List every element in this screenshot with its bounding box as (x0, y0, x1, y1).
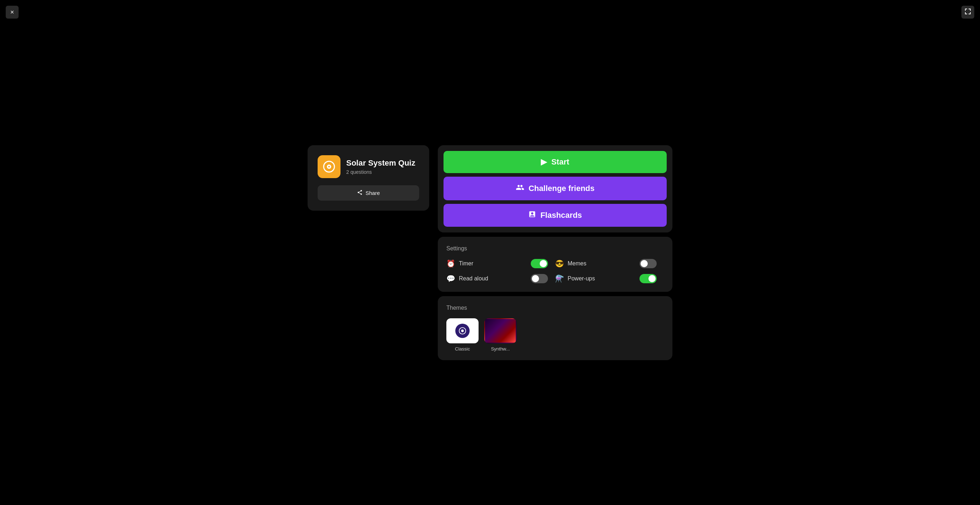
left-panel: Solar System Quiz 2 questions Share (308, 145, 429, 211)
theme-classic-label: Classic (455, 346, 470, 352)
theme-synthwave-label: Synthw... (491, 346, 510, 352)
flashcards-label: Flashcards (541, 211, 582, 220)
timer-slider (531, 259, 548, 268)
theme-classic-thumbnail (446, 318, 479, 343)
quiz-questions: 2 questions (346, 169, 415, 175)
right-panel: ▶ Start Challenge friends Flashcards (438, 145, 672, 360)
memes-text: Memes (568, 260, 586, 267)
setting-memes: 😎 Memes (555, 259, 664, 268)
theme-classic-item[interactable]: Classic (446, 318, 479, 352)
settings-grid: ⏰ Timer 😎 Memes (446, 259, 664, 283)
timer-icon: ⏰ (446, 259, 455, 268)
share-icon (357, 190, 363, 196)
challenge-label: Challenge friends (529, 184, 595, 193)
quiz-info: Solar System Quiz 2 questions (318, 155, 419, 178)
setting-timer: ⏰ Timer (446, 259, 555, 268)
share-label: Share (366, 190, 380, 196)
memes-slider (640, 259, 657, 268)
timer-text: Timer (459, 260, 473, 267)
memes-icon: 😎 (555, 259, 564, 268)
setting-read-aloud: 💬 Read aloud (446, 274, 555, 283)
timer-toggle[interactable] (531, 259, 548, 268)
memes-toggle[interactable] (640, 259, 657, 268)
challenge-friends-button[interactable]: Challenge friends (444, 177, 667, 200)
power-ups-text: Power-ups (568, 276, 595, 282)
read-aloud-toggle[interactable] (531, 274, 548, 283)
theme-synthwave-item[interactable]: Synthw... (484, 318, 517, 352)
themes-panel: Themes Classic (438, 296, 672, 360)
start-label: Start (551, 158, 569, 167)
challenge-icon (516, 183, 524, 194)
expand-button[interactable] (961, 6, 974, 19)
theme-classic-icon (455, 324, 469, 338)
read-aloud-text: Read aloud (459, 276, 488, 282)
close-icon: × (10, 9, 14, 16)
themes-grid: Classic Synthw... (446, 318, 664, 352)
start-button[interactable]: ▶ Start (444, 151, 667, 173)
settings-panel: Settings ⏰ Timer 😎 (438, 237, 672, 292)
theme-synthwave-thumbnail (484, 318, 517, 343)
close-button[interactable]: × (6, 6, 19, 19)
expand-icon (965, 8, 971, 16)
flashcards-icon (528, 210, 536, 220)
svg-point-4 (461, 330, 463, 332)
play-icon: ▶ (541, 158, 547, 167)
quiz-text: Solar System Quiz 2 questions (346, 158, 415, 175)
themes-title: Themes (446, 305, 664, 311)
settings-title: Settings (446, 245, 664, 252)
action-buttons-container: ▶ Start Challenge friends Flashcards (438, 145, 672, 233)
power-ups-label: ⚗️ Power-ups (555, 274, 595, 283)
power-ups-toggle[interactable] (640, 274, 657, 283)
setting-power-ups: ⚗️ Power-ups (555, 274, 664, 283)
timer-label: ⏰ Timer (446, 259, 473, 268)
quiz-title: Solar System Quiz (346, 158, 415, 168)
main-container: Solar System Quiz 2 questions Share ▶ St… (293, 131, 687, 374)
memes-label: 😎 Memes (555, 259, 586, 268)
power-ups-icon: ⚗️ (555, 274, 564, 283)
flashcards-button[interactable]: Flashcards (444, 204, 667, 227)
svg-point-2 (328, 166, 330, 167)
read-aloud-label: 💬 Read aloud (446, 274, 488, 283)
power-ups-slider (640, 274, 657, 283)
read-aloud-slider (531, 274, 548, 283)
quiz-icon (318, 155, 340, 178)
share-button[interactable]: Share (318, 185, 419, 201)
read-aloud-icon: 💬 (446, 274, 455, 283)
